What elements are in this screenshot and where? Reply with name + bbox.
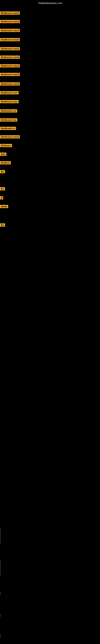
- bottleneck-badge: Bottlene: [0, 161, 11, 164]
- bottleneck-badge: Bottleneck result: [0, 12, 20, 15]
- bottleneck-badge: Bottleneck res: [0, 118, 17, 122]
- bottleneck-badge: Bottleneck resu: [0, 91, 19, 94]
- site-title: TheBottlenecker.com: [0, 1, 100, 6]
- bottleneck-badge: Bo: [0, 170, 5, 173]
- bottleneck-badge: Bottleneck result: [0, 47, 20, 50]
- bottleneck-badge: Bo: [0, 187, 5, 190]
- bottleneck-badge: Bottle: [0, 205, 8, 208]
- bottleneck-badge: B: [0, 196, 3, 200]
- bottleneck-badge: Bottleneck res: [0, 109, 17, 112]
- bottleneck-badge: Bott: [0, 152, 6, 156]
- bottleneck-badge: Bottleneck result: [0, 29, 20, 32]
- bottleneck-badge: Bottleneck result: [0, 38, 20, 41]
- bottleneck-badge: Bottleneck result: [0, 56, 20, 59]
- bottleneck-badge: Bottleneck result: [0, 82, 20, 86]
- bottleneck-badge: Bottleneck result: [0, 135, 20, 138]
- bottleneck-badge: Bottleneck re: [0, 127, 16, 130]
- bottleneck-badge: Bottleneck result: [0, 64, 20, 68]
- bottleneck-badge: Bottleneck resu: [0, 100, 19, 103]
- bottleneck-badge: Bo: [0, 224, 5, 226]
- bottleneck-badge: Bottlenec: [0, 144, 12, 147]
- bottleneck-badge: Bottleneck result: [0, 20, 20, 23]
- bottleneck-badge: Bottleneck result: [0, 73, 20, 76]
